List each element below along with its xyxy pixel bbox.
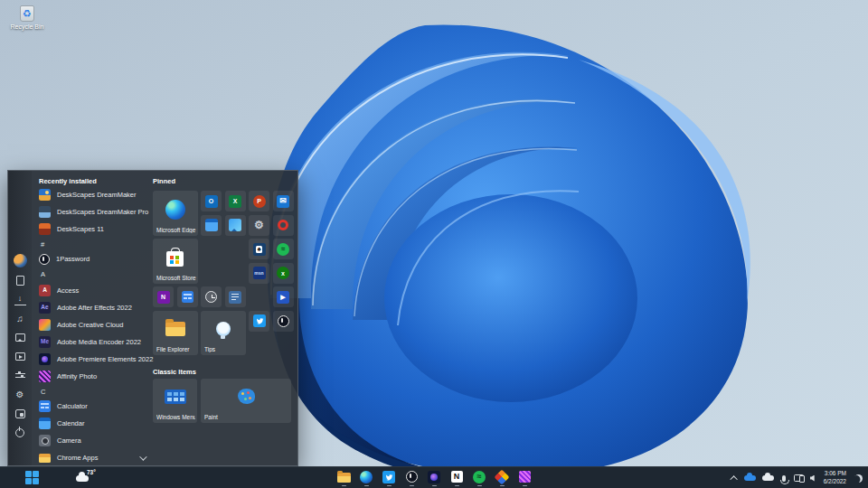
tile-solitaire[interactable] xyxy=(249,239,269,259)
tile-outlook[interactable] xyxy=(201,191,222,211)
user-avatar[interactable] xyxy=(14,254,27,267)
taskbar-premiere-elements[interactable] xyxy=(427,470,441,486)
tile-calculator[interactable] xyxy=(177,286,198,307)
app-item-calculator[interactable]: Calculator xyxy=(33,398,152,415)
app-item-deskscapes-11[interactable]: DeskScapes 11 xyxy=(33,221,152,238)
affinity-photo-icon xyxy=(39,371,51,382)
app-item-camera[interactable]: Camera xyxy=(33,432,152,449)
section-c[interactable]: C xyxy=(33,385,152,398)
tile-calendar[interactable] xyxy=(201,215,222,236)
tray-date: 6/2/2022 xyxy=(824,478,846,484)
taskbar-affinity-photo[interactable] xyxy=(517,470,532,486)
tile-label: Microsoft Edge xyxy=(156,227,196,233)
taskbar-edge[interactable] xyxy=(359,470,373,486)
tile-films-tv[interactable] xyxy=(273,286,294,307)
downloads-icon[interactable]: ↓ xyxy=(14,294,26,305)
music-icon[interactable]: ♫ xyxy=(14,313,26,324)
deskscapes-11-icon xyxy=(39,223,51,235)
recycle-bin-label: Recycle Bin xyxy=(7,23,47,30)
taskbar-notion[interactable] xyxy=(449,470,464,486)
chevron-up-icon[interactable] xyxy=(730,475,737,483)
tile-1password[interactable] xyxy=(273,311,294,332)
speaker-icon[interactable] xyxy=(810,475,815,482)
microphone-icon[interactable] xyxy=(782,475,786,482)
tile-settings[interactable] xyxy=(249,215,269,236)
tile-photos[interactable] xyxy=(225,215,246,236)
chevron-down-icon xyxy=(139,453,146,460)
section-a[interactable]: A xyxy=(33,267,152,280)
recycle-bin-shortcut[interactable]: ♻ Recycle Bin xyxy=(7,5,47,30)
onedrive-cloud-icon[interactable] xyxy=(744,475,756,481)
tile-msn[interactable] xyxy=(249,263,269,284)
affinity-photo-icon xyxy=(519,471,531,483)
twitter-icon xyxy=(382,471,395,483)
powerpoint-icon xyxy=(253,195,266,208)
settings-icon[interactable]: ⚙ xyxy=(14,389,26,400)
tile-microsoft-edge[interactable]: Microsoft Edge xyxy=(153,191,198,236)
tile-mail[interactable] xyxy=(273,191,294,211)
tile-notepad[interactable] xyxy=(225,286,246,307)
section-hash[interactable]: # xyxy=(33,238,152,250)
calculator-icon xyxy=(182,291,193,303)
tile-excel[interactable] xyxy=(225,191,246,211)
file-explorer-icon xyxy=(165,322,185,336)
documents-icon[interactable] xyxy=(14,275,26,286)
phone-link-icon[interactable] xyxy=(794,474,804,482)
tile-microsoft-store[interactable]: Microsoft Store xyxy=(153,239,198,284)
taskbar: 73° 3:06 PM 6/2/2022 xyxy=(0,466,868,488)
power-icon[interactable] xyxy=(14,427,26,438)
app-item-premiere-elements[interactable]: Adobe Premiere Elements 2022 xyxy=(33,351,152,368)
tile-label: Microsoft Store xyxy=(156,275,196,281)
tile-onenote[interactable] xyxy=(153,286,174,307)
camera-icon xyxy=(39,435,51,446)
tile-xbox[interactable] xyxy=(273,263,294,284)
taskbar-1password[interactable] xyxy=(404,470,419,486)
films-tv-icon xyxy=(277,291,289,304)
app-item-access[interactable]: Access xyxy=(33,282,152,299)
taskbar-file-explorer[interactable] xyxy=(336,470,351,486)
weather-widget[interactable]: 73° xyxy=(76,469,103,487)
windows-menu-icon xyxy=(165,389,186,404)
tile-file-explorer[interactable]: File Explorer xyxy=(153,311,198,356)
taskbar-twitter[interactable] xyxy=(382,470,396,486)
recently-installed-header: Recently installed xyxy=(33,175,152,186)
cloud-icon[interactable] xyxy=(762,475,774,481)
app-item-media-encoder[interactable]: Adobe Media Encoder 2022 xyxy=(33,333,152,351)
tile-windows-menu[interactable]: Windows Menu xyxy=(153,379,197,423)
notepad-icon xyxy=(229,291,241,304)
spotify-icon xyxy=(277,243,289,256)
access-icon xyxy=(39,285,51,296)
tile-powerpoint[interactable] xyxy=(249,191,269,211)
app-item-after-effects[interactable]: Adobe After Effects 2022 xyxy=(33,299,152,316)
tile-label: Paint xyxy=(204,414,289,420)
taskbar-spotify[interactable] xyxy=(472,470,486,486)
app-item-calendar[interactable]: Calendar xyxy=(33,415,152,432)
app-item-deskscapes-dreammaker[interactable]: DeskScapes DreamMaker xyxy=(33,186,152,203)
pinned-grid: Microsoft Edge Microsoft Store xyxy=(153,191,299,355)
pictures-icon[interactable] xyxy=(14,332,26,343)
tile-paint[interactable]: Paint xyxy=(201,379,291,423)
tile-label: Windows Menu xyxy=(156,414,195,420)
tile-alarms-clock[interactable] xyxy=(201,286,222,307)
app-item-affinity-photo[interactable]: Affinity Photo xyxy=(33,368,152,385)
moon-icon[interactable] xyxy=(854,474,863,483)
tray-clock[interactable]: 3:06 PM 6/2/2022 xyxy=(824,470,846,486)
taskbar-pinned-apps xyxy=(336,467,532,488)
app-label: Adobe After Effects 2022 xyxy=(57,304,132,312)
personalize-icon[interactable] xyxy=(14,370,26,381)
app-item-deskscapes-dreammaker-pro[interactable]: DeskScapes DreamMaker Pro xyxy=(33,203,152,221)
app-item-chrome-apps[interactable]: Chrome Apps xyxy=(33,449,152,466)
app-item-creative-cloud[interactable]: Adobe Creative Cloud xyxy=(33,316,152,333)
tile-spotify[interactable] xyxy=(273,239,294,259)
videos-icon[interactable] xyxy=(14,351,26,362)
tile-tips[interactable]: Tips xyxy=(201,311,246,356)
app-label: Chrome Apps xyxy=(57,454,98,462)
app-item-1password[interactable]: 1Password xyxy=(33,250,152,267)
tile-opera[interactable] xyxy=(273,215,294,236)
start-button[interactable] xyxy=(25,471,39,484)
tile-twitter[interactable] xyxy=(249,311,269,332)
tile-label: Tips xyxy=(204,346,244,352)
msn-icon xyxy=(253,267,266,279)
lock-icon[interactable] xyxy=(14,408,26,419)
taskbar-object-desktop[interactable] xyxy=(495,470,509,486)
